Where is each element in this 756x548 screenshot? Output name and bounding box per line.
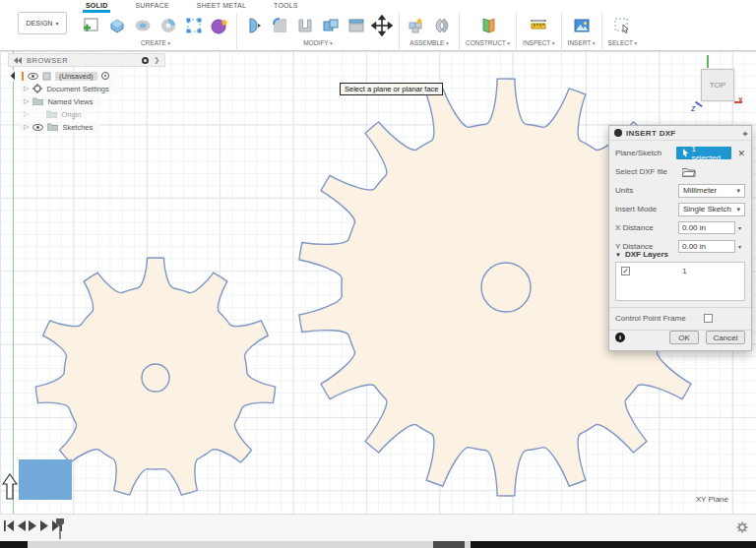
browser-panel: BROWSER ❯ (Unsaved) ▷ Document Settings … — [8, 53, 165, 133]
group-modify: MODIFY — [236, 13, 399, 51]
timeline-settings-gear-icon[interactable] — [736, 521, 748, 533]
sweep-icon[interactable] — [158, 15, 179, 36]
clear-selection-icon[interactable]: ✕ — [737, 149, 745, 158]
browser-tree: (Unsaved) ▷ Document Settings ▷ Named Vi… — [8, 70, 165, 133]
insert-mode-dropdown[interactable]: Single Sketch — [678, 203, 745, 216]
tree-item-origin[interactable]: ▷ Origin — [20, 108, 89, 120]
tab-solid[interactable]: SOLID — [83, 0, 110, 13]
measure-icon[interactable] — [528, 15, 549, 36]
layer-item[interactable]: ✓ 1 — [616, 263, 744, 279]
units-value: Millimeter — [683, 186, 717, 195]
select-group-label[interactable]: SELECT — [608, 39, 638, 46]
construct-group-label[interactable]: CONSTRUCT — [466, 39, 510, 46]
timeline-marker-handle[interactable] — [55, 518, 65, 539]
tab-surface[interactable]: SURFACE — [132, 0, 171, 10]
group-inspect: INSPECT — [516, 13, 560, 51]
x-distance-input[interactable] — [678, 221, 735, 234]
tree-item-label: Origin — [61, 110, 81, 119]
move-copy-icon[interactable] — [371, 15, 393, 36]
fillet-icon[interactable] — [269, 15, 290, 36]
construction-plane-icon[interactable] — [477, 15, 499, 36]
extrude-icon[interactable] — [106, 15, 128, 36]
joint-icon[interactable] — [431, 15, 453, 36]
tab-sheet-metal[interactable]: SHEET METAL — [194, 0, 249, 10]
units-dropdown[interactable]: Millimeter — [678, 184, 745, 198]
folder-icon — [46, 110, 57, 118]
units-row: Units Millimeter — [615, 183, 745, 198]
insert-mode-label: Insert Mode — [615, 205, 678, 213]
rectangular-pattern-icon[interactable] — [183, 15, 205, 36]
cancel-button[interactable]: Cancel — [706, 331, 745, 344]
y-distance-input[interactable] — [678, 240, 735, 253]
x-distance-label: X Distance — [615, 223, 678, 232]
plane-sketch-label: Plane/Sketch — [615, 149, 676, 157]
collapsed-triangle-icon[interactable]: ▷ — [24, 97, 29, 105]
browser-header[interactable]: BROWSER ❯ — [8, 53, 165, 67]
tree-item-named-views[interactable]: ▷ Named Views — [20, 95, 101, 107]
insert-canvas-icon[interactable] — [571, 15, 593, 36]
play-button[interactable] — [29, 520, 37, 531]
plane-selection-chip[interactable]: 1 selected — [676, 147, 732, 159]
tab-tools[interactable]: TOOLS — [271, 0, 301, 10]
viewcube-x-label: X — [738, 96, 743, 103]
collapsed-triangle-icon[interactable]: ▷ — [24, 110, 29, 118]
timeline-playback-controls — [4, 520, 62, 531]
new-component-icon[interactable] — [406, 15, 427, 36]
eye-icon[interactable] — [32, 124, 43, 131]
design-menu-button[interactable]: DESIGN — [18, 12, 67, 34]
ok-button[interactable]: OK — [669, 331, 699, 344]
activate-component-icon[interactable] — [101, 72, 109, 80]
revolve-icon[interactable] — [132, 15, 154, 36]
split-body-icon[interactable] — [346, 15, 367, 36]
combine-icon[interactable] — [320, 15, 342, 36]
collapse-arrows-icon — [14, 57, 22, 64]
dialog-header[interactable]: INSERT DXF ◂▸ — [609, 126, 751, 141]
browser-options-icon[interactable] — [142, 57, 149, 64]
step-back-button[interactable] — [17, 520, 26, 531]
collapsed-triangle-icon[interactable]: ▷ — [24, 85, 29, 92]
expand-triangle-icon[interactable] — [11, 72, 19, 80]
cursor-icon — [682, 149, 689, 157]
shell-icon[interactable] — [294, 15, 316, 36]
viewcube-z-label: Z — [691, 105, 695, 112]
browser-title: BROWSER — [27, 56, 137, 65]
collapsed-triangle-icon[interactable]: ▷ — [24, 123, 29, 131]
tree-item-document-settings[interactable]: ▷ Document Settings — [20, 83, 117, 94]
taskbar-segment — [28, 541, 471, 548]
command-icon — [614, 129, 622, 137]
create-sketch-icon[interactable] — [81, 15, 102, 36]
control-point-frame-checkbox[interactable] — [704, 314, 713, 323]
dxf-layers-list: ✓ 1 — [615, 262, 745, 301]
insert-group-label[interactable]: INSERT — [568, 39, 596, 46]
x-distance-row: X Distance ▾ — [615, 220, 745, 235]
eye-icon[interactable] — [28, 73, 38, 80]
viewcube-top-face[interactable]: TOP — [701, 69, 734, 101]
tree-item-sketches[interactable]: ▷ Sketches — [20, 121, 100, 133]
tree-root-document[interactable]: (Unsaved) — [8, 70, 117, 82]
layer-checkbox-checked[interactable]: ✓ — [621, 267, 630, 275]
x-distance-caret-icon[interactable]: ▾ — [738, 224, 741, 231]
inspect-group-label[interactable]: INSPECT — [523, 39, 554, 46]
create-group-label[interactable]: CREATE — [141, 39, 170, 46]
view-cube[interactable]: TOP X Z — [683, 53, 754, 118]
go-to-start-button[interactable] — [4, 520, 14, 531]
insert-dxf-dialog: INSERT DXF ◂▸ Plane/Sketch 1 selected ✕ … — [608, 125, 752, 351]
tree-item-label: Document Settings — [46, 85, 108, 93]
dxf-layers-section-header[interactable]: DXF Layers — [615, 250, 668, 259]
selection-rectangle[interactable] — [19, 459, 72, 500]
y-distance-caret-icon[interactable]: ▾ — [738, 243, 741, 250]
select-tool-icon[interactable] — [611, 15, 633, 36]
browser-chevron-icon[interactable]: ❯ — [154, 56, 159, 64]
create-form-icon[interactable] — [209, 15, 230, 36]
step-forward-button[interactable] — [40, 520, 49, 531]
info-icon[interactable]: i — [615, 333, 625, 342]
expand-panel-icon[interactable]: ◂▸ — [742, 129, 746, 138]
assemble-group-label[interactable]: ASSEMBLE — [410, 39, 448, 46]
press-pull-icon[interactable] — [243, 15, 265, 36]
document-cube-icon — [42, 72, 51, 81]
modify-group-label[interactable]: MODIFY — [303, 39, 333, 46]
open-file-folder-icon[interactable] — [682, 167, 696, 177]
timeline-bar — [0, 514, 756, 541]
document-name[interactable]: (Unsaved) — [55, 72, 97, 81]
active-document-marker — [22, 72, 24, 81]
